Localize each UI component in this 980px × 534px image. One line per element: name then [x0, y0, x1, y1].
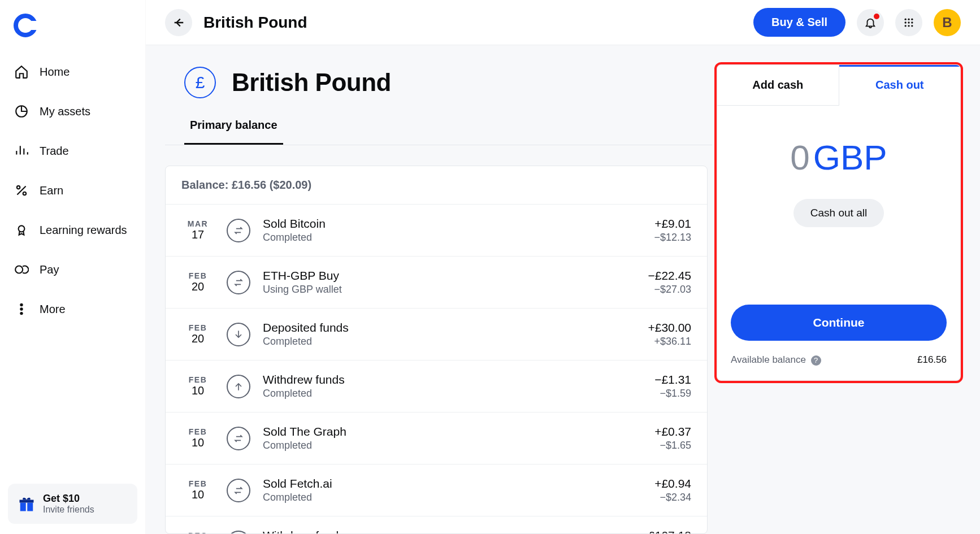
tx-info: Deposited fundsCompleted: [263, 321, 648, 348]
transaction-row[interactable]: MAR17Sold BitcoinCompleted+£9.01−$12.13: [166, 205, 707, 257]
cashout-panel: Add cash Cash out 0GBP Cash out all Cont…: [717, 64, 961, 381]
tx-info: Withdrew fundsCompleted: [263, 529, 641, 534]
tx-info: Sold The GraphCompleted: [263, 425, 654, 451]
tab-primary-balance[interactable]: Primary balance: [184, 112, 283, 145]
transaction-row[interactable]: FEB10Sold The GraphCompleted+£0.37−$1.65: [166, 413, 707, 464]
tx-date: DEC19: [181, 531, 214, 534]
cashout-amount-display[interactable]: 0GBP: [717, 106, 960, 199]
sidebar-item-learning[interactable]: Learning rewards: [8, 212, 137, 248]
percent-icon: [14, 183, 29, 198]
tx-date: FEB20: [181, 323, 214, 345]
avatar[interactable]: B: [934, 9, 961, 36]
page-title: British Pound: [203, 14, 307, 32]
sidebar-item-trade[interactable]: Trade: [8, 133, 137, 168]
svg-point-19: [911, 25, 913, 27]
asset-header: £ British Pound: [165, 64, 712, 112]
available-balance-label: Available balance ?: [731, 354, 821, 366]
sidebar: Home My assets Trade Earn: [0, 0, 146, 534]
svg-point-14: [905, 21, 907, 23]
transaction-row[interactable]: FEB10Withdrew fundsCompleted−£1.31−$1.59: [166, 361, 707, 413]
amount-value: 0: [790, 138, 809, 177]
invite-friends-card[interactable]: Get $10 Invite friends: [8, 484, 137, 524]
transaction-row[interactable]: FEB20Deposited fundsCompleted+£30.00+$36…: [166, 309, 707, 361]
tx-amount: −£1.31−$1.59: [654, 373, 691, 400]
sidebar-item-label: My assets: [40, 105, 90, 118]
gift-icon: [18, 496, 35, 513]
sidebar-item-label: Trade: [40, 145, 69, 158]
tx-type-icon: [227, 219, 250, 242]
tx-type-icon: [227, 427, 250, 450]
logo[interactable]: [8, 10, 137, 54]
svg-point-1: [17, 186, 20, 189]
tab-cash-out[interactable]: Cash out: [839, 65, 961, 106]
home-icon: [14, 64, 29, 79]
svg-point-7: [20, 312, 23, 314]
svg-point-11: [905, 18, 907, 20]
transaction-row[interactable]: FEB20ETH-GBP BuyUsing GBP wallet−£22.45−…: [166, 257, 707, 309]
sidebar-item-pay[interactable]: Pay: [8, 252, 137, 287]
svg-point-4: [15, 266, 23, 273]
svg-rect-8: [20, 502, 26, 511]
pay-icon: [14, 262, 29, 277]
tx-type-icon: [227, 531, 250, 535]
asset-title: British Pound: [232, 68, 391, 97]
tx-amount: +£0.94−$2.34: [654, 477, 691, 503]
tx-info: ETH-GBP BuyUsing GBP wallet: [263, 269, 648, 296]
transaction-row[interactable]: DEC19Withdrew fundsCompleted−£107.18−$13…: [166, 516, 707, 534]
tx-type-icon: [227, 271, 250, 294]
tx-amount: +£30.00+$36.11: [648, 321, 692, 348]
svg-point-5: [20, 303, 23, 306]
svg-point-6: [20, 308, 23, 310]
back-button[interactable]: [165, 9, 192, 36]
svg-point-18: [908, 25, 909, 27]
sidebar-item-label: Learning rewards: [40, 224, 127, 237]
topbar: British Pound Buy & Sell B: [146, 0, 980, 45]
help-icon[interactable]: ?: [811, 355, 821, 366]
tx-date: FEB10: [181, 479, 214, 501]
apps-button[interactable]: [895, 9, 922, 36]
coinbase-logo-icon: [14, 14, 37, 37]
tx-type-icon: [227, 375, 250, 398]
tx-info: Sold Fetch.aiCompleted: [263, 477, 654, 503]
svg-rect-9: [27, 502, 33, 511]
svg-point-3: [19, 225, 25, 232]
invite-sub: Invite friends: [43, 505, 94, 515]
balance-line: Balance: £16.56 ($20.09): [166, 166, 707, 205]
bars-icon: [14, 144, 29, 158]
more-icon: [14, 302, 29, 316]
sidebar-item-home[interactable]: Home: [8, 54, 137, 89]
sidebar-item-assets[interactable]: My assets: [8, 94, 137, 129]
available-balance-value: £16.56: [917, 354, 947, 366]
sidebar-item-earn[interactable]: Earn: [8, 173, 137, 208]
sidebar-item-label: More: [40, 303, 66, 316]
svg-rect-10: [20, 500, 34, 502]
cashout-all-button[interactable]: Cash out all: [793, 199, 884, 227]
invite-title: Get $10: [43, 493, 94, 505]
currency-symbol-icon: £: [184, 67, 216, 98]
tx-type-icon: [227, 479, 250, 502]
transaction-row[interactable]: FEB10Sold Fetch.aiCompleted+£0.94−$2.34: [166, 464, 707, 516]
tx-type-icon: [227, 323, 250, 346]
svg-point-15: [908, 21, 909, 23]
notifications-button[interactable]: [857, 9, 884, 36]
svg-point-17: [905, 25, 907, 27]
buy-sell-button[interactable]: Buy & Sell: [753, 8, 845, 37]
tab-add-cash[interactable]: Add cash: [717, 65, 839, 106]
tx-info: Sold BitcoinCompleted: [263, 217, 654, 244]
notification-dot-icon: [874, 14, 879, 19]
sidebar-item-label: Earn: [40, 184, 63, 197]
tx-date: MAR17: [181, 219, 214, 241]
tx-date: FEB20: [181, 271, 214, 293]
tx-amount: +£0.37−$1.65: [654, 425, 691, 451]
amount-currency: GBP: [813, 138, 887, 177]
tx-amount: −£107.18−$131.17: [641, 529, 691, 534]
tx-amount: +£9.01−$12.13: [654, 217, 691, 244]
sidebar-item-label: Home: [40, 66, 70, 79]
avatar-letter: B: [942, 15, 952, 31]
sidebar-item-label: Pay: [40, 263, 59, 276]
main-area: British Pound Buy & Sell B £ British Pou…: [146, 0, 980, 534]
tx-info: Withdrew fundsCompleted: [263, 373, 654, 400]
sidebar-item-more[interactable]: More: [8, 292, 137, 327]
continue-button[interactable]: Continue: [731, 305, 947, 341]
svg-point-2: [23, 192, 26, 195]
